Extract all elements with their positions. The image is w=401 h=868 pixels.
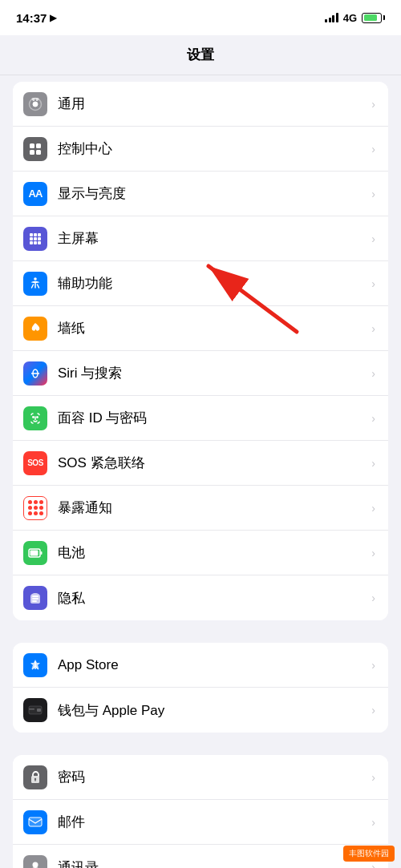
- sos-chevron: ›: [371, 457, 375, 470]
- svg-rect-9: [38, 233, 41, 236]
- sos-icon: SOS: [23, 451, 47, 475]
- battery-settings-icon: [23, 541, 47, 565]
- battery-chevron: ›: [371, 547, 375, 559]
- wallet-icon: [23, 698, 47, 722]
- home-screen-label: 主屏幕: [58, 229, 368, 248]
- sos-label: SOS 紧急联络: [58, 454, 368, 472]
- svg-rect-33: [29, 818, 42, 826]
- control-center-icon: [23, 137, 47, 161]
- contacts-label: 通讯录: [58, 858, 368, 869]
- settings-item-wallet[interactable]: 钱包与 Apple Pay ›: [13, 688, 388, 733]
- wallet-label: 钱包与 Apple Pay: [58, 701, 368, 720]
- svg-rect-32: [34, 779, 35, 781]
- svg-rect-4: [36, 143, 41, 148]
- svg-rect-8: [34, 233, 37, 236]
- siri-icon: [23, 361, 47, 386]
- display-label: 显示与亮度: [58, 184, 368, 203]
- general-chevron: ›: [371, 98, 375, 111]
- status-time: 14:37 ▶: [16, 11, 56, 25]
- passwords-chevron: ›: [371, 771, 375, 784]
- privacy-chevron: ›: [371, 591, 375, 604]
- svg-rect-7: [30, 233, 33, 236]
- settings-item-contacts[interactable]: 通讯录 ›: [13, 845, 388, 868]
- icon-wrap-contacts: [13, 855, 58, 868]
- settings-item-control-center[interactable]: 控制中心 ›: [13, 127, 388, 172]
- settings-item-wallpaper[interactable]: 墙纸 ›: [13, 306, 388, 351]
- status-bar: 14:37 ▶ 4G: [0, 0, 401, 35]
- svg-rect-23: [30, 550, 38, 555]
- svg-rect-24: [41, 551, 43, 555]
- settings-item-mail[interactable]: 邮件 ›: [13, 800, 388, 845]
- svg-rect-10: [30, 237, 33, 240]
- siri-chevron: ›: [371, 367, 375, 380]
- page-title: 设置: [187, 46, 214, 64]
- appstore-icon: [23, 653, 47, 677]
- general-icon: [23, 92, 47, 116]
- icon-wrap-sos: SOS: [13, 451, 58, 475]
- control-center-label: 控制中心: [58, 139, 368, 158]
- battery-tip: [383, 15, 385, 20]
- settings-item-exposure[interactable]: 暴露通知 ›: [13, 486, 388, 531]
- svg-rect-3: [30, 143, 34, 148]
- battery-indicator: [362, 13, 385, 23]
- svg-rect-6: [36, 150, 41, 155]
- settings-item-battery[interactable]: 电池 ›: [13, 531, 388, 575]
- battery-body: [362, 13, 382, 23]
- network-type: 4G: [343, 12, 357, 24]
- svg-rect-5: [30, 150, 34, 155]
- siri-label: Siri 与搜索: [58, 364, 368, 382]
- icon-wrap-control-center: [13, 137, 58, 161]
- home-screen-icon: [23, 227, 47, 251]
- faceid-label: 面容 ID 与密码: [58, 409, 368, 427]
- location-icon: ▶: [50, 13, 56, 23]
- settings-item-siri[interactable]: Siri 与搜索 ›: [13, 351, 388, 396]
- settings-item-passwords[interactable]: 密码 ›: [13, 755, 388, 800]
- watermark: 丰图软件园: [343, 846, 395, 862]
- contacts-chevron: ›: [371, 861, 375, 868]
- appstore-chevron: ›: [371, 659, 375, 672]
- icon-wrap-appstore: [13, 653, 58, 677]
- contacts-icon: [23, 855, 47, 868]
- exposure-icon: [23, 496, 47, 520]
- svg-rect-13: [30, 241, 33, 244]
- settings-item-general[interactable]: 通用 ›: [13, 82, 388, 127]
- svg-point-16: [34, 277, 37, 281]
- wallpaper-icon: [23, 317, 47, 341]
- exposure-chevron: ›: [371, 502, 375, 515]
- settings-section-3: 密码 › 邮件 ›: [13, 755, 388, 868]
- settings-section-1: 通用 › 控制中心 ›: [13, 82, 388, 620]
- appstore-label: App Store: [58, 657, 368, 673]
- icon-wrap-privacy: [13, 586, 58, 610]
- faceid-chevron: ›: [371, 412, 375, 425]
- home-screen-chevron: ›: [371, 232, 375, 245]
- icon-wrap-exposure: [13, 496, 58, 520]
- settings-item-faceid[interactable]: 面容 ID 与密码 ›: [13, 396, 388, 441]
- settings-item-appstore[interactable]: App Store ›: [13, 643, 388, 688]
- mail-chevron: ›: [371, 816, 375, 829]
- passwords-label: 密码: [58, 768, 368, 786]
- mail-label: 邮件: [58, 813, 368, 831]
- exposure-label: 暴露通知: [58, 499, 368, 517]
- settings-item-sos[interactable]: SOS SOS 紧急联络 ›: [13, 441, 388, 486]
- icon-wrap-display: AA: [13, 182, 58, 206]
- icon-wrap-wallet: [13, 698, 58, 722]
- svg-rect-11: [34, 237, 37, 240]
- settings-item-accessibility[interactable]: 辅助功能 ›: [13, 261, 388, 306]
- wallpaper-chevron: ›: [371, 322, 375, 335]
- nav-bar: 设置: [0, 35, 401, 75]
- battery-label: 电池: [58, 543, 368, 562]
- settings-item-display[interactable]: AA 显示与亮度 ›: [13, 172, 388, 216]
- icon-wrap-accessibility: [13, 272, 58, 296]
- icon-wrap-battery: [13, 541, 58, 565]
- svg-rect-14: [34, 241, 37, 244]
- icon-wrap-home-screen: [13, 227, 58, 251]
- svg-rect-15: [38, 241, 41, 244]
- signal-icon: [325, 13, 338, 22]
- svg-point-2: [33, 102, 38, 107]
- settings-item-privacy[interactable]: 隐私 ›: [13, 575, 388, 620]
- page-wrapper: 14:37 ▶ 4G 设置: [0, 0, 401, 868]
- svg-rect-28: [37, 709, 41, 712]
- time-display: 14:37: [16, 11, 47, 25]
- wallpaper-label: 墙纸: [58, 319, 368, 337]
- settings-item-home-screen[interactable]: 主屏幕 ›: [13, 216, 388, 261]
